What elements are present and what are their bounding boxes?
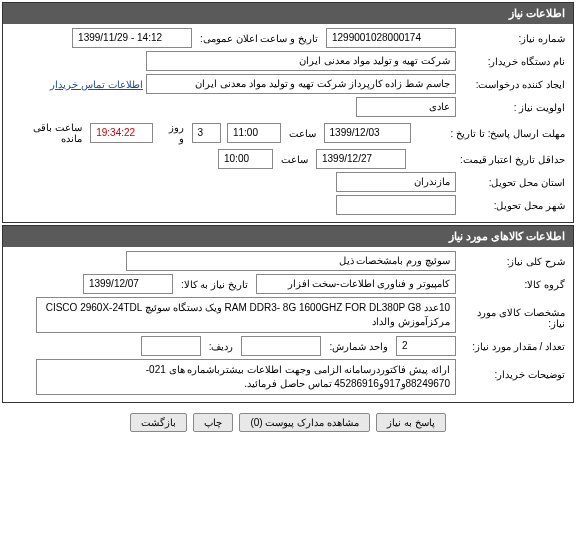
priority-label: اولویت نیاز : [459,100,569,115]
need-number-field: 1299001028000174 [326,28,456,48]
city-field [336,195,456,215]
announce-label: تاریخ و ساعت اعلان عمومی: [195,31,323,46]
button-bar: پاسخ به نیاز مشاهده مدارک پیوست (0) چاپ … [0,405,576,440]
row-label: ردیف: [204,339,239,354]
specs-field: 10عدد RAM DDR3- 8G 1600GHZ FOR DL380P G8… [36,297,456,333]
contact-link[interactable]: اطلاعات تماس خریدار [50,79,143,90]
unit-field [241,336,321,356]
need-by-field: 1399/12/07 [83,274,173,294]
goods-info-body: شرح کلی نیاز: سوئیچ ورم بامشخصات ذیل گرو… [3,247,573,402]
need-number-label: شماره نیاز: [459,31,569,46]
unit-label: واحد شمارش: [324,339,393,354]
creator-label: ایجاد کننده درخواست: [459,77,569,92]
need-by-label: تاریخ نیاز به کالا: [176,277,253,292]
view-docs-label: مشاهده مدارک پیوست [265,417,359,428]
buyer-org-label: نام دستگاه خریدار: [459,54,569,69]
city-label: شهر محل تحویل: [459,198,569,213]
goods-group-label: گروه کالا: [459,277,569,292]
specs-label: مشخصات کالای مورد نیاز: [459,297,569,331]
goods-info-header: اطلاعات کالاهای مورد نیاز [3,226,573,247]
time-label-1: ساعت [284,126,321,141]
time-label-2: ساعت [276,152,313,167]
creator-field: جاسم شط زاده کارپرداز شرکت تهیه و تولید … [146,74,456,94]
qty-label: تعداد / مقدار مورد نیاز: [459,339,569,354]
min-valid-time-field: 10:00 [218,149,273,169]
need-info-header: اطلاعات نیاز [3,3,573,24]
qty-field: 2 [396,336,456,356]
overall-desc-field: سوئیچ ورم بامشخصات ذیل [126,251,456,271]
buyer-notes-label: توضیحات خریدار: [459,359,569,382]
priority-field: عادی [356,97,456,117]
countdown-field: 19:34:22 [90,123,153,143]
need-info-body: شماره نیاز: 1299001028000174 تاریخ و ساع… [3,24,573,222]
reply-button[interactable]: پاسخ به نیاز [376,413,446,432]
remain-label: ساعت باقی مانده [7,120,87,146]
buyer-notes-field: ارائه پیش فاکتوردرسامانه الزامی وجهت اطل… [36,359,456,395]
back-button[interactable]: بازگشت [130,413,187,432]
deadline-time-field: 11:00 [227,123,281,143]
view-docs-button[interactable]: مشاهده مدارک پیوست (0) [239,413,370,432]
buyer-org-field: شرکت تهیه و تولید مواد معدنی ایران [146,51,456,71]
overall-desc-label: شرح کلی نیاز: [459,254,569,269]
min-valid-label: حداقل تاریخ اعتبار قیمت: [409,152,569,167]
doc-count: 0 [254,417,260,428]
print-button[interactable]: چاپ [193,413,233,432]
day-label: روز و [156,120,188,146]
goods-group-field: کامپیوتر و فناوری اطلاعات-سخت افزار [256,274,456,294]
announce-field: 1399/11/29 - 14:12 [72,28,192,48]
province-label: استان محل تحویل: [459,175,569,190]
goods-info-section: اطلاعات کالاهای مورد نیاز شرح کلی نیاز: … [2,225,574,403]
row-field [141,336,201,356]
deadline-label: مهلت ارسال پاسخ: تا تاریخ : [414,126,569,141]
province-field: مازندران [336,172,456,192]
deadline-date-field: 1399/12/03 [324,123,411,143]
min-valid-date-field: 1399/12/27 [316,149,406,169]
days-remain-field: 3 [192,123,221,143]
need-info-section: اطلاعات نیاز شماره نیاز: 129900102800017… [2,2,574,223]
